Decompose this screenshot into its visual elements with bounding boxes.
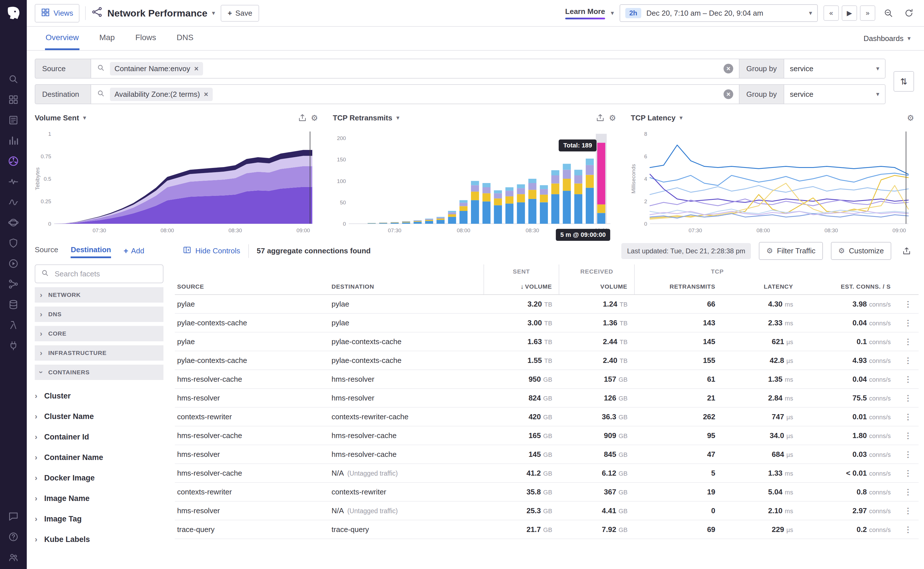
- col-latency[interactable]: LATENCY: [722, 278, 800, 295]
- filter-destination-input[interactable]: Availability Zone:(2 terms)××: [91, 84, 740, 104]
- facet-item-container-name[interactable]: ›Container Name: [35, 447, 163, 468]
- col-retransmits[interactable]: RETRANSMITS: [635, 278, 722, 295]
- datadog-logo[interactable]: [4, 5, 23, 23]
- facet-item-kube-labels[interactable]: ›Kube Labels: [35, 529, 163, 550]
- chart-settings-gear-icon[interactable]: ⚙: [311, 113, 318, 123]
- table-row[interactable]: pylaepylae3.20TB1.24TB664.30ms3.98conns/…: [175, 295, 919, 313]
- time-play-button[interactable]: ▶: [842, 5, 857, 21]
- dashboards-dropdown[interactable]: Dashboards▾: [864, 34, 910, 43]
- chart-metric-dropdown[interactable]: TCP Retransmits: [333, 114, 393, 122]
- row-menu-button[interactable]: ⋮: [898, 482, 919, 501]
- clear-filter-icon[interactable]: ×: [723, 90, 733, 99]
- facet-item-image-name[interactable]: ›Image Name: [35, 488, 163, 509]
- refresh-button[interactable]: [901, 6, 916, 20]
- table-row[interactable]: hms-resolverhms-resolver824GB126GB212.84…: [175, 388, 919, 407]
- zoom-out-button[interactable]: [881, 6, 896, 20]
- ci-icon[interactable]: [7, 278, 20, 291]
- group-by-select-destination[interactable]: service▾: [784, 84, 886, 104]
- chart-plot[interactable]: 0246807:3008:0008:3009:00Milliseconds: [631, 127, 914, 236]
- facet-search[interactable]: [35, 265, 163, 283]
- chip-remove-icon[interactable]: ×: [204, 90, 208, 99]
- col-est-conns[interactable]: EST. CONNS. / S: [800, 278, 898, 295]
- learn-more-link[interactable]: Learn More: [565, 7, 605, 19]
- network-icon[interactable]: [7, 155, 20, 167]
- time-forward-button[interactable]: »: [860, 5, 875, 21]
- apm-icon[interactable]: [7, 196, 20, 208]
- integrations-icon[interactable]: [7, 339, 20, 352]
- table-row[interactable]: hms-resolverN/A(Untagged traffic)25.3GB4…: [175, 501, 919, 520]
- facet-item-cluster-name[interactable]: ›Cluster Name: [35, 406, 163, 427]
- facet-section-containers[interactable]: ›CONTAINERS: [35, 365, 163, 380]
- facet-section-dns[interactable]: ›DNS: [35, 307, 163, 322]
- table-row[interactable]: pylaepylae-contexts-cache1.63TB2.44TB145…: [175, 332, 919, 351]
- filter-traffic-button[interactable]: ⚙Filter Traffic: [759, 242, 823, 260]
- row-menu-button[interactable]: ⋮: [898, 313, 919, 332]
- views-button[interactable]: Views: [35, 4, 79, 23]
- chart-settings-gear-icon[interactable]: ⚙: [609, 113, 616, 123]
- facet-item-cluster[interactable]: ›Cluster: [35, 386, 163, 406]
- chat-icon[interactable]: [7, 510, 20, 523]
- table-row[interactable]: pylae-contexts-cachepylae3.00TB1.36TB143…: [175, 313, 919, 332]
- search-facets-input[interactable]: [53, 269, 157, 279]
- tab-flows[interactable]: Flows: [135, 27, 157, 50]
- security-icon[interactable]: [7, 237, 20, 250]
- export-chart-icon[interactable]: [298, 113, 307, 122]
- table-row[interactable]: hms-resolver-cacheN/A(Untagged traffic)4…: [175, 464, 919, 482]
- chart-metric-dropdown[interactable]: TCP Latency: [631, 114, 676, 122]
- clear-filter-icon[interactable]: ×: [723, 64, 733, 73]
- row-menu-button[interactable]: ⋮: [898, 501, 919, 520]
- table-row[interactable]: hms-resolver-cachehms-resolver-cache165G…: [175, 426, 919, 445]
- facet-item-container-id[interactable]: ›Container Id: [35, 427, 163, 447]
- row-menu-button[interactable]: ⋮: [898, 370, 919, 388]
- chart-metric-dropdown[interactable]: Volume Sent: [35, 114, 79, 122]
- filter-chip[interactable]: Availability Zone:(2 terms)×: [110, 88, 213, 101]
- database-icon[interactable]: [7, 298, 20, 311]
- table-row[interactable]: contexts-rewritercontexts-rewriter-cache…: [175, 407, 919, 426]
- row-menu-button[interactable]: ⋮: [898, 295, 919, 313]
- watchdog-icon[interactable]: [7, 175, 20, 188]
- chart-plot[interactable]: 00.250.50.75107:3008:0008:3009:00Tebibyt…: [35, 127, 318, 236]
- row-menu-button[interactable]: ⋮: [898, 426, 919, 445]
- time-backward-button[interactable]: «: [824, 5, 839, 21]
- col-destination[interactable]: DESTINATION: [329, 278, 484, 295]
- learn-more-chevron-icon[interactable]: ▾: [611, 10, 614, 16]
- synthetics-icon[interactable]: [7, 216, 20, 229]
- row-menu-button[interactable]: ⋮: [898, 445, 919, 464]
- col-sent-volume[interactable]: ↓VOLUME: [484, 278, 559, 295]
- rum-icon[interactable]: [7, 257, 20, 270]
- add-facet-group-button[interactable]: +Add: [123, 246, 145, 256]
- tab-overview[interactable]: Overview: [45, 27, 79, 50]
- export-table-button[interactable]: [899, 243, 914, 259]
- title-chevron-down-icon[interactable]: ▾: [212, 10, 215, 16]
- table-row[interactable]: contexts-rewritercontexts-rewriter35.8GB…: [175, 482, 919, 501]
- tab-map[interactable]: Map: [99, 27, 115, 50]
- save-button[interactable]: + Save: [221, 5, 259, 21]
- infrastructure-icon[interactable]: [7, 93, 20, 106]
- row-menu-button[interactable]: ⋮: [898, 332, 919, 351]
- hide-controls-button[interactable]: Hide Controls: [183, 246, 241, 256]
- facet-item-image-tag[interactable]: ›Image Tag: [35, 509, 163, 529]
- metrics-icon[interactable]: [7, 134, 20, 147]
- time-range-picker[interactable]: 2h Dec 20, 7:10 am – Dec 20, 9:04 am ▾: [620, 4, 818, 22]
- tab-source[interactable]: Source: [35, 245, 58, 256]
- chart-settings-gear-icon[interactable]: ⚙: [907, 113, 914, 123]
- facet-section-core[interactable]: ›CORE: [35, 326, 163, 341]
- logs-icon[interactable]: [7, 114, 20, 126]
- organization-icon[interactable]: [7, 551, 20, 564]
- col-received-volume[interactable]: VOLUME: [559, 278, 635, 295]
- facet-section-infrastructure[interactable]: ›INFRASTRUCTURE: [35, 345, 163, 361]
- col-source[interactable]: SOURCE: [175, 278, 329, 295]
- row-menu-button[interactable]: ⋮: [898, 388, 919, 407]
- export-chart-icon[interactable]: [596, 113, 605, 122]
- customize-button[interactable]: ⚙Customize: [831, 242, 891, 260]
- row-menu-button[interactable]: ⋮: [898, 351, 919, 370]
- filter-chip[interactable]: Container Name:envoy×: [110, 62, 203, 75]
- tab-dns[interactable]: DNS: [176, 27, 194, 50]
- facet-item-docker-image[interactable]: ›Docker Image: [35, 468, 163, 488]
- help-icon[interactable]: [7, 531, 20, 543]
- chip-remove-icon[interactable]: ×: [194, 64, 198, 73]
- row-menu-button[interactable]: ⋮: [898, 407, 919, 426]
- serverless-icon[interactable]: [7, 319, 20, 331]
- swap-filters-button[interactable]: ⇅: [894, 71, 914, 92]
- row-menu-button[interactable]: ⋮: [898, 520, 919, 539]
